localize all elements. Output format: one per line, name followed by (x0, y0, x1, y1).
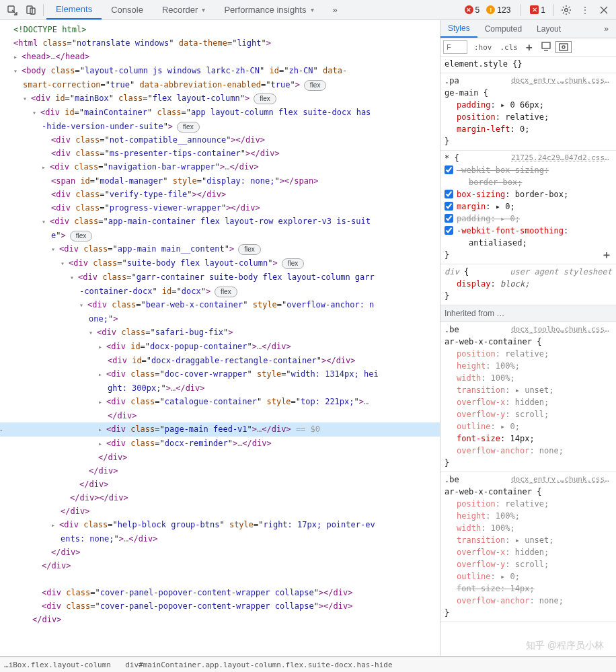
dom-node[interactable]: <div class="garr-container suite-body fl… (4, 270, 440, 285)
warning-count[interactable]: !123 (486, 5, 510, 15)
dom-node[interactable]: <div class="ms-presenter-tips-container"… (4, 147, 440, 160)
dom-node[interactable]: <div class="safari-bug-fix"> (4, 326, 440, 340)
dom-node[interactable]: </div> (4, 409, 440, 422)
issues-count[interactable]: ✕1 (530, 5, 545, 15)
prop-toggle[interactable] (445, 165, 453, 174)
dom-node[interactable]: <div id="docx-popup-container">…</div> (4, 340, 440, 354)
expand-toggle[interactable] (32, 106, 40, 120)
expand-toggle[interactable] (51, 518, 59, 532)
tab-elements[interactable]: Elements (46, 0, 102, 20)
expand-toggle[interactable] (98, 395, 106, 409)
tab-computed[interactable]: Computed (477, 20, 529, 38)
dom-node[interactable]: </div> (4, 505, 440, 518)
dom-node[interactable]: smart-correction="true" data-abbreviatio… (4, 78, 440, 91)
style-rule[interactable]: element.style {} (440, 57, 616, 73)
device-toggle-icon[interactable] (22, 1, 40, 19)
elements-tree[interactable]: <!DOCTYPE html><html class="notranslate … (0, 20, 440, 656)
new-rule-icon[interactable]: + (522, 41, 537, 54)
dom-node[interactable]: </div></div> (4, 491, 440, 505)
dom-node[interactable]: ght: 300px;">…</div> (4, 381, 440, 395)
style-rule[interactable]: user agent stylesheetdiv {display: block… (440, 264, 616, 305)
dom-node[interactable]: </div> (4, 559, 440, 572)
dom-node[interactable]: one;"> (4, 312, 440, 326)
filter-input[interactable] (443, 40, 467, 54)
dom-node[interactable]: <div class="catalogue-container" style="… (4, 395, 440, 409)
dom-node[interactable]: <div class="verify-type-file"></div> (4, 188, 440, 201)
dom-node[interactable] (4, 572, 440, 586)
cls-toggle[interactable]: .cls (496, 43, 523, 52)
dom-node[interactable]: e">flex (4, 229, 440, 242)
dom-node[interactable]: ⋯<div class="page-main feed-v1">…</div> … (0, 422, 440, 437)
error-count[interactable]: ✕5 (465, 5, 480, 15)
expand-toggle[interactable] (42, 160, 50, 174)
expand-toggle[interactable] (13, 50, 22, 64)
dom-node[interactable]: <div class="doc-cover-wrapper" style="wi… (4, 367, 440, 381)
dom-node[interactable]: <div class="progress-viewer-wrapper"></d… (4, 201, 440, 215)
dom-node[interactable]: <div class="docx-reminder">…</div> (4, 437, 440, 451)
dom-node[interactable]: <div class="suite-body flex layout-colum… (4, 256, 440, 270)
more-tabs-icon[interactable]: » (323, 0, 347, 20)
prop-toggle[interactable] (445, 214, 453, 223)
dom-node[interactable]: <div id="mainContainer" class="app layou… (4, 106, 440, 120)
dom-node[interactable]: </div> (4, 546, 440, 559)
add-rule-icon[interactable]: ＋ (601, 249, 612, 261)
prop-toggle[interactable] (445, 202, 453, 211)
expand-toggle[interactable] (98, 340, 106, 354)
dom-node[interactable]: <!DOCTYPE html> (4, 23, 440, 36)
dom-node[interactable]: <div class="app-main main__content">flex (4, 242, 440, 256)
more-icon[interactable]: ⋮ (576, 1, 594, 19)
dom-node[interactable]: <div class="bear-web-x-container" style=… (4, 298, 440, 312)
expand-toggle[interactable] (98, 367, 106, 381)
dom-node[interactable]: <head>…</head> (4, 50, 440, 64)
tab-recorder[interactable]: Recorder▾ (153, 0, 215, 20)
source-link[interactable]: 21725.24c29…047d2.css:1 (511, 152, 612, 164)
expand-toggle[interactable] (70, 270, 78, 285)
dom-node[interactable]: <div class="help-block group-btns" style… (4, 518, 440, 532)
hov-toggle[interactable]: :hov (470, 43, 496, 52)
style-rule[interactable]: docx_entry.…chunk.css:1.bear-web-x-conta… (440, 472, 616, 622)
prop-toggle[interactable] (445, 190, 453, 198)
style-rule[interactable]: docx_entry.…chunk.css:1.page-main {paddi… (440, 73, 616, 151)
dom-node[interactable]: <div class="cover-panel-popover-content-… (4, 586, 440, 599)
computed-toggle-icon[interactable] (537, 41, 555, 54)
expand-toggle[interactable] (51, 242, 59, 256)
dom-node[interactable]: -container-docx" id="docx">flex (4, 285, 440, 298)
tab-styles[interactable]: Styles (440, 20, 477, 38)
rendering-icon[interactable] (555, 41, 572, 53)
dom-node[interactable]: <div class="app-main-container flex layo… (4, 215, 440, 229)
dom-node[interactable]: </div> (4, 451, 440, 464)
dom-node[interactable]: </div> (4, 613, 440, 626)
expand-toggle[interactable] (13, 64, 22, 78)
dom-node[interactable]: <div id="mainBox" class="flex layout-col… (4, 91, 440, 106)
expand-toggle[interactable] (89, 326, 97, 340)
style-rules[interactable]: element.style {}docx_entry.…chunk.css:1.… (440, 57, 616, 656)
expand-toggle[interactable] (61, 256, 69, 270)
expand-toggle[interactable] (79, 298, 87, 312)
dom-node[interactable]: </div> (4, 478, 440, 491)
dom-node[interactable]: ents: none;">…</div> (4, 532, 440, 546)
dom-node[interactable]: <div class="navigation-bar-wrapper">…</d… (4, 160, 440, 174)
style-rule[interactable]: docx_toolbo…chunk.css:1.bear-web-x-conta… (440, 322, 616, 472)
breadcrumbs[interactable]: … iBox.flex.layout-column div#mainContai… (0, 657, 616, 672)
prop-toggle[interactable] (445, 226, 453, 235)
tab-performance-insights[interactable]: Performance insights▾ (215, 0, 323, 20)
dom-node[interactable]: <div class="cover-panel-popover-content-… (4, 599, 440, 613)
tab-layout[interactable]: Layout (529, 20, 568, 38)
close-icon[interactable] (594, 1, 613, 19)
crumb[interactable]: div#mainContainer.app.layout-column.flex… (125, 661, 392, 669)
dom-node[interactable]: <div class="not-compatible__announce"></… (4, 133, 440, 147)
style-rule[interactable]: 21725.24c29…047d2.css:1* {-webkit-box-si… (440, 151, 616, 264)
dom-node[interactable]: </div> (4, 464, 440, 478)
expand-toggle[interactable] (98, 422, 106, 437)
tab-console[interactable]: Console (102, 0, 153, 20)
expand-toggle[interactable] (98, 437, 106, 451)
dom-node[interactable]: -hide-version-under-suite">flex (4, 120, 440, 133)
more-tabs-icon[interactable]: » (596, 20, 616, 38)
crumb[interactable]: … (4, 661, 9, 669)
expand-toggle[interactable] (23, 91, 31, 106)
expand-toggle[interactable] (42, 215, 50, 229)
crumb[interactable]: iBox.flex.layout-column (9, 661, 111, 669)
dom-node[interactable]: <body class="layout-column js windows la… (4, 64, 440, 78)
dom-node[interactable]: <div id="docx-draggable-rectangle-contai… (4, 354, 440, 367)
dom-node[interactable]: <span id="modal-manager" style="display:… (4, 174, 440, 188)
